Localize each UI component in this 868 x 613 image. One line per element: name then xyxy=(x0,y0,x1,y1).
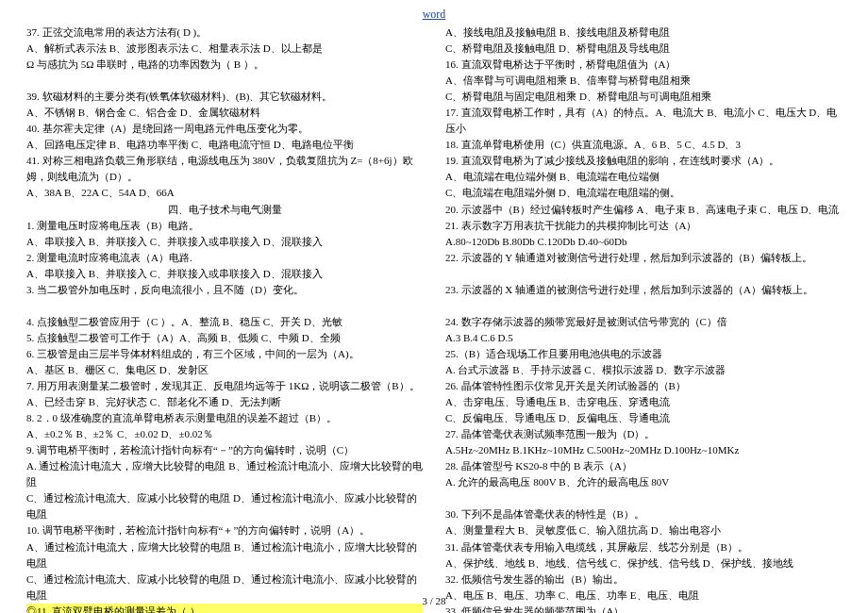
text-line: 30. 下列不是晶体管毫伏表的特性是（B）。 xyxy=(445,506,842,522)
text-line: 19. 直流双臂电桥为了减少接线及接触电阻的影响，在连线时要求（A）。 xyxy=(445,153,842,169)
text-line: A、电流端在电位端外侧 B、电流端在电位端侧 xyxy=(445,169,842,185)
text-line: 7. 用万用表测量某二极管时，发现其正、反电阻均远等于 1KΩ，说明该二极管（B… xyxy=(26,378,423,394)
text-line xyxy=(445,490,842,506)
text-line: 18. 直流单臂电桥使用（C）供直流电源。A、6 B、5 C、4.5 D、3 xyxy=(445,137,842,153)
text-line: 31. 晶体管毫伏表专用输入电缆线，其屏蔽层、线芯分别是（B）。 xyxy=(445,539,842,555)
text-line: 32. 低频信号发生器的输出（B）输出。 xyxy=(445,572,842,588)
text-line: 25.（B）适合现场工作且要用电池供电的示波器 xyxy=(445,346,842,362)
text-line xyxy=(26,73,423,89)
text-line xyxy=(445,298,842,314)
section-title: 四、电子技术与电气测量 xyxy=(26,202,423,218)
text-line: C、桥臂电阻与固定电阻相乘 D、桥臂电阻与可调电阻相乘 xyxy=(445,89,842,105)
page-footer: 3 / 28 xyxy=(0,593,868,609)
text-line: 21. 表示数字万用表抗干扰能力的共模抑制比可达（A） xyxy=(445,218,842,234)
text-line: 10. 调节电桥平衡时，若检流计指针向标有“＋”的方向偏转时，说明（A）。 xyxy=(26,522,423,538)
text-line: A、±0.2％ B、±2％ C、±0.02 D、±0.02％ xyxy=(26,426,423,442)
text-line: A、串联接入 B、并联接入 C、并联接入或串联接入 D、混联接入 xyxy=(26,266,423,282)
text-line: A.5Hz~20MHz B.1KHz~10MHz C.500Hz~20MHz D… xyxy=(445,442,842,458)
text-line: 23. 示波器的 X 轴通道的被测信号进行处理，然后加到示波器的（A）偏转板上。 xyxy=(445,282,842,298)
text-line: A、基区 B、栅区 C、集电区 D、发射区 xyxy=(26,362,423,378)
text-line: A、通过检流计电流大，应增大比较臂的电阻 B、通过检流计电流小，应增大比较臂的电… xyxy=(26,539,423,572)
header-link[interactable]: word xyxy=(423,6,446,24)
text-line: 5. 点接触型二极管可工作于（A）A、高频 B、低频 C、中频 D、全频 xyxy=(26,330,423,346)
text-columns: 37. 正弦交流电常用的表达方法有( D )。A、解析式表示法 B、波形图表示法… xyxy=(26,8,842,594)
text-line: 28. 晶体管型号 KS20-8 中的 B 表示（A） xyxy=(445,458,842,474)
text-line: A、解析式表示法 B、波形图表示法 C、相量表示法 D、以上都是 xyxy=(26,41,423,57)
text-line: A.80~120Db B.80Db C.120Db D.40~60Db xyxy=(445,234,842,250)
text-line: 37. 正弦交流电常用的表达方法有( D )。 xyxy=(26,25,423,41)
text-line: A. 允许的最高电压 800V B、允许的最高电压 80V xyxy=(445,474,842,490)
text-line: 1. 测量电压时应将电压表（B）电路。 xyxy=(26,218,423,234)
text-line: A.3 B.4 C.6 D.5 xyxy=(445,330,842,346)
text-line: A、不锈钢 B、钢合金 C、铝合金 D、金属软磁材料 xyxy=(26,105,423,121)
text-line: 22. 示波器的 Y 轴通道对被测信号进行处理，然后加到示波器的（B）偏转板上。 xyxy=(445,250,842,266)
text-line: 6. 三极管是由三层半导体材料组成的，有三个区域，中间的一层为（A)。 xyxy=(26,346,423,362)
text-line: 4. 点接触型二极管应用于（C ）。A、整流 B、稳压 C、开关 D、光敏 xyxy=(26,314,423,330)
text-line xyxy=(26,298,423,314)
text-line: 9. 调节电桥平衡时，若检流计指针向标有“－”的方向偏转时，说明（C） xyxy=(26,442,423,458)
right-column: A、接线电阻及接触电阻 B、接线电阻及桥臂电阻C、桥臂电阻及接触电阻 D、桥臂电… xyxy=(445,25,842,594)
text-line: A、击穿电压、导通电压 B、击穿电压、穿透电流 xyxy=(445,394,842,410)
text-line: 24. 数字存储示波器的频带宽最好是被测试信号带宽的（C）倍 xyxy=(445,314,842,330)
text-line: 40. 基尔霍夫定律（A）是绕回路一周电路元件电压变化为零。 xyxy=(26,121,423,137)
text-line: 16. 直流双臂电桥达于平衡时，桥臂电阻值为（A） xyxy=(445,57,842,73)
text-line: A、回路电压定律 B、电路功率平衡 C、电路电流守恒 D、电路电位平衡 xyxy=(26,137,423,153)
text-line: A、保护线、地线 B、地线、信号线 C、保护线、信号线 D、保护线、接地线 xyxy=(445,555,842,572)
text-line: 39. 软磁材料的主要分类有(铁氧体软磁材料)、(B)、其它软磁材料。 xyxy=(26,89,423,105)
text-line: 41. 对称三相电路负载三角形联结，电源线电压为 380V，负载复阻抗为 Z=（… xyxy=(26,153,423,185)
text-line: C、桥臂电阻及接触电阻 D、桥臂电阻及导线电阻 xyxy=(445,41,842,57)
text-line: C、反偏电压、导通电压 D、反偏电压、导通电流 xyxy=(445,410,842,426)
text-line: C、通过检流计电流大、应减小比较臂的电阻 D、通过检流计电流小、应减小比较臂的电… xyxy=(26,490,423,522)
text-line: 8. 2．0 级准确度的直流单臂电桥表示测量电阻的误差不超过（B）。 xyxy=(26,410,423,426)
text-line: 20. 示波器中（B）经过偏转板时产生偏移 A、电子束 B、高速电子束 C、电压… xyxy=(445,202,842,218)
text-line xyxy=(445,266,842,282)
left-column: 37. 正弦交流电常用的表达方法有( D )。A、解析式表示法 B、波形图表示法… xyxy=(26,25,423,594)
text-line: A、倍率臂与可调电阻相乘 B、倍率臂与桥臂电阻相乘 xyxy=(445,73,842,89)
text-line: 27. 晶体管毫伏表测试频率范围一般为（D）。 xyxy=(445,426,842,442)
text-line: 3. 当二极管外加电压时，反向电流很小，且不随（D）变化。 xyxy=(26,282,423,298)
text-line: 2. 测量电流时应将电流表（A）电路. xyxy=(26,250,423,266)
text-line: A. 通过检流计电流大，应增大比较臂的电阻 B、通过检流计电流小、应增大比较臂的… xyxy=(26,458,423,490)
text-line: 17. 直流双臂电桥工作时，具有（A）的特点。A、电流大 B、电流小 C、电压大… xyxy=(445,105,842,137)
text-line: C、电流端在电阻端外侧 D、电流端在电阻端的侧。 xyxy=(445,185,842,201)
text-line: A、测量量程大 B、灵敏度低 C、输入阻抗高 D、输出电容小 xyxy=(445,522,842,538)
text-line: A、已经击穿 B、完好状态 C、部老化不通 D、无法判断 xyxy=(26,394,423,410)
text-line: 26. 晶体管特性图示仪常见开关是关闭试验器的（B） xyxy=(445,378,842,394)
text-line: Ω 与感抗为 5Ω 串联时，电路的功率因数为（ B ）。 xyxy=(26,57,423,73)
text-line: A、串联接入 B、并联接入 C、并联接入或串联接入 D、混联接入 xyxy=(26,234,423,250)
text-line: A、接线电阻及接触电阻 B、接线电阻及桥臂电阻 xyxy=(445,25,842,41)
text-line: A. 台式示波器 B、手持示波器 C、模拟示波器 D、数字示波器 xyxy=(445,362,842,378)
text-line: A、38A B、22A C、54A D、66A xyxy=(26,185,423,201)
